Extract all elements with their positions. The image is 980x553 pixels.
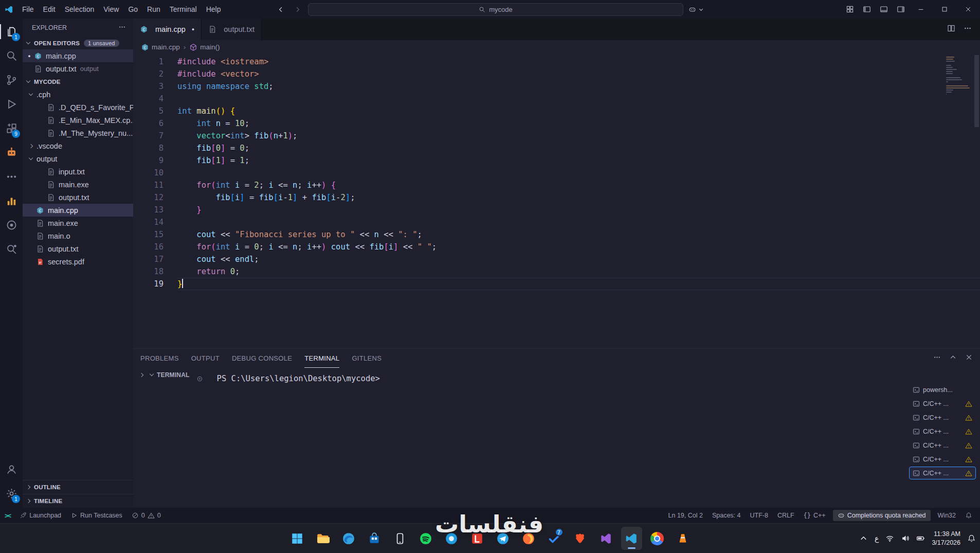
- tree-item-output.txt[interactable]: output.txt: [23, 191, 133, 204]
- split-editor-icon[interactable]: [947, 24, 955, 34]
- activity-analytics[interactable]: [0, 189, 23, 213]
- menu-edit[interactable]: Edit: [39, 0, 60, 19]
- forward-button[interactable]: [292, 4, 303, 15]
- more-actions-icon[interactable]: [118, 23, 126, 32]
- menu-help[interactable]: Help: [202, 0, 226, 19]
- launchpad[interactable]: Launchpad: [15, 508, 66, 523]
- back-button[interactable]: [275, 4, 286, 15]
- terminal-session[interactable]: powersh...: [909, 383, 976, 396]
- taskbar-ms-todo[interactable]: 7: [544, 527, 565, 550]
- platform[interactable]: Win32: [933, 508, 960, 523]
- editor-scrollbar[interactable]: [973, 54, 980, 348]
- battery-icon[interactable]: [916, 534, 925, 543]
- activity-source-control[interactable]: [0, 68, 23, 92]
- tab-main.cpp[interactable]: Cmain.cpp●: [133, 19, 202, 40]
- menu-view[interactable]: View: [99, 0, 123, 19]
- copilot-menu[interactable]: [688, 6, 705, 13]
- language-indicator[interactable]: ع: [875, 534, 879, 543]
- terminal-session[interactable]: C/C++ ...: [909, 439, 976, 452]
- notifications-bell[interactable]: [960, 508, 977, 523]
- tree-item-secrets.pdf[interactable]: secrets.pdf: [23, 255, 133, 268]
- tree-item-output.txt[interactable]: output.txt: [23, 242, 133, 255]
- minimap[interactable]: [946, 57, 972, 96]
- breadcrumb-main.cpp[interactable]: Cmain.cpp: [141, 43, 180, 51]
- activity-accounts[interactable]: [0, 457, 23, 481]
- tree-item-main.exe[interactable]: main.exe: [23, 217, 133, 229]
- panel-tab-gitlens[interactable]: GITLENS: [352, 349, 382, 368]
- open-editor-output.txt[interactable]: ●output.txtoutput: [23, 62, 133, 75]
- taskbar-spotify[interactable]: [415, 527, 437, 550]
- terminal-session[interactable]: C/C++ ...: [909, 397, 976, 410]
- taskbar-ms-store[interactable]: [364, 527, 385, 550]
- terminal-session[interactable]: C/C++ ...: [909, 453, 976, 466]
- open-editor-main.cpp[interactable]: ●Cmain.cpp: [23, 49, 133, 62]
- tree-item-.vscode[interactable]: .vscode: [23, 139, 133, 152]
- menu-file[interactable]: File: [17, 0, 39, 19]
- taskbar-file-explorer[interactable]: [313, 527, 334, 550]
- taskbar-start[interactable]: [287, 527, 308, 550]
- scrollbar-thumb[interactable]: [974, 55, 979, 127]
- taskbar-edge[interactable]: [338, 527, 359, 550]
- section-timeline[interactable]: TIMELINE: [23, 494, 133, 508]
- terminal-section-header[interactable]: TERMINAL: [150, 371, 190, 379]
- taskbar-app-l[interactable]: [467, 527, 488, 550]
- chevron-right-icon[interactable]: [139, 373, 143, 377]
- tree-item-.M_The_Mystery_nu...[interactable]: .M_The_Mystery_nu...: [23, 127, 133, 139]
- activity-settings[interactable]: 1: [0, 481, 23, 506]
- taskbar-chrome[interactable]: [647, 527, 668, 550]
- code-editor[interactable]: 12345678910111213141516171819 #include <…: [133, 54, 980, 348]
- tree-item-.E_Min_Max_MEX.cp...[interactable]: .E_Min_Max_MEX.cp...: [23, 114, 133, 127]
- encoding[interactable]: UTF-8: [746, 508, 773, 523]
- command-center-search[interactable]: mycode: [308, 3, 683, 16]
- taskbar-app-blue[interactable]: [441, 527, 462, 550]
- maximize-button[interactable]: [933, 0, 956, 19]
- taskbar-visual-studio[interactable]: [595, 527, 616, 550]
- cursor-position[interactable]: Ln 19, Col 2: [664, 508, 707, 523]
- taskbar-firefox[interactable]: [518, 527, 539, 550]
- notifications-bell-icon[interactable]: [967, 534, 976, 543]
- tree-item-main.o[interactable]: main.o: [23, 229, 133, 242]
- toggle-panel-icon[interactable]: [875, 0, 892, 19]
- activity-ai-assistant[interactable]: [0, 140, 23, 165]
- panel-tab-output[interactable]: OUTPUT: [191, 349, 220, 368]
- wifi-icon[interactable]: [885, 534, 894, 543]
- run-testcases[interactable]: Run Testcases: [66, 508, 127, 523]
- taskbar-vlc[interactable]: [673, 527, 694, 550]
- section-outline[interactable]: OUTLINE: [23, 480, 133, 494]
- indentation[interactable]: Spaces: 4: [707, 508, 746, 523]
- remote-indicator[interactable]: ><: [0, 508, 15, 523]
- language-mode[interactable]: {}C++: [799, 508, 830, 523]
- tree-item-main.cpp[interactable]: Cmain.cpp: [23, 204, 133, 217]
- open-editors-header[interactable]: OPEN EDITORS 1 unsaved: [23, 37, 133, 49]
- panel-tab-terminal[interactable]: TERMINAL: [304, 349, 339, 368]
- tree-item-.D_QED_s_Favorite_P...[interactable]: .D_QED_s_Favorite_P...: [23, 101, 133, 114]
- terminal-view[interactable]: TERMINAL PS C:\Users\legion\Desktop\myco…: [133, 368, 909, 508]
- menu-terminal[interactable]: Terminal: [165, 0, 202, 19]
- taskbar-brave[interactable]: [570, 527, 591, 550]
- terminal-content[interactable]: PS C:\Users\legion\Desktop\mycode>: [190, 368, 909, 508]
- tab-output.txt[interactable]: output.txt: [202, 19, 262, 40]
- more-actions-icon[interactable]: [933, 353, 941, 363]
- problems[interactable]: 00: [127, 508, 166, 523]
- toggle-sidebar-icon[interactable]: [858, 0, 875, 19]
- tree-item-output[interactable]: output: [23, 152, 133, 165]
- eol-sequence[interactable]: CRLF: [773, 508, 799, 523]
- volume-icon[interactable]: [901, 534, 910, 543]
- tree-item-input.txt[interactable]: input.txt: [23, 165, 133, 178]
- activity-run-and-debug[interactable]: [0, 92, 23, 116]
- close-panel-icon[interactable]: [965, 353, 973, 363]
- menu-run[interactable]: Run: [142, 0, 165, 19]
- copilot-quota[interactable]: Completions quota reached: [833, 510, 931, 521]
- activity-search[interactable]: [0, 44, 23, 68]
- activity-remote-explorer[interactable]: [0, 237, 23, 261]
- more-actions-icon[interactable]: [964, 24, 972, 34]
- close-button[interactable]: [956, 0, 980, 19]
- customize-layout-icon[interactable]: [841, 0, 858, 19]
- activity-extensions[interactable]: 9: [0, 116, 23, 140]
- activity-gitlens[interactable]: [0, 213, 23, 237]
- maximize-panel-icon[interactable]: [949, 353, 957, 363]
- activity-more-tools[interactable]: [0, 165, 23, 189]
- taskbar-telegram[interactable]: [493, 527, 514, 550]
- breadcrumb-main()[interactable]: main(): [189, 43, 220, 51]
- terminal-session[interactable]: C/C++ ...: [909, 425, 976, 438]
